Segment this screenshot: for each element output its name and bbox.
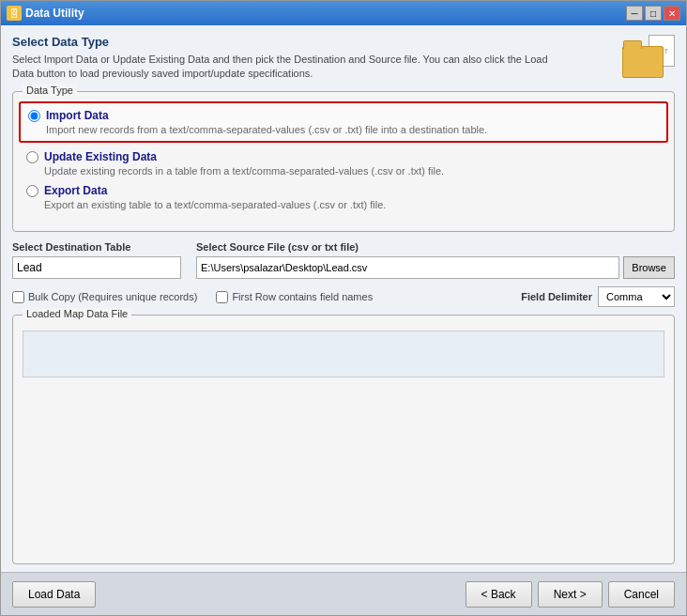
source-input[interactable] — [196, 256, 619, 279]
titlebar-left: 🗄 Data Utility — [7, 6, 84, 21]
delimiter-label: Field Delimiter — [521, 291, 592, 302]
options-row: Bulk Copy (Requires unique records) Firs… — [12, 286, 675, 307]
bulk-copy-label: Bulk Copy (Requires unique records) — [28, 291, 197, 302]
titlebar: 🗄 Data Utility ─ □ ✕ — [1, 1, 686, 25]
export-radio[interactable] — [26, 185, 38, 197]
import-label: Import Data — [46, 109, 109, 122]
minimize-button[interactable]: ─ — [626, 6, 643, 21]
update-radio-row: Update Existing Data — [26, 150, 661, 163]
destination-select[interactable]: Lead Contact Account — [12, 256, 181, 279]
destination-source-row: Select Destination Table Lead Contact Ac… — [12, 241, 675, 279]
import-radio[interactable] — [28, 110, 40, 122]
update-label: Update Existing Data — [44, 150, 157, 163]
footer-right: < Back Next > Cancel — [466, 581, 675, 608]
back-button[interactable]: < Back — [466, 581, 532, 608]
source-label: Select Source File (csv or txt file) — [196, 241, 675, 253]
export-desc: Export an existing table to a text/comma… — [44, 199, 661, 210]
first-row-row: First Row contains field names — [216, 291, 373, 303]
titlebar-buttons: ─ □ ✕ — [626, 6, 680, 21]
import-data-option[interactable]: Import Data Import new records from a te… — [19, 101, 668, 143]
window-title: Data Utility — [25, 7, 84, 20]
page-description: Select Import Data or Update Existing Da… — [12, 53, 557, 82]
update-data-option[interactable]: Update Existing Data Update existing rec… — [26, 150, 661, 177]
cancel-button[interactable]: Cancel — [608, 581, 675, 608]
update-radio[interactable] — [26, 151, 38, 163]
delimiter-select[interactable]: Comma Tab Semicolon Pipe — [598, 286, 675, 307]
maximize-button[interactable]: □ — [645, 6, 662, 21]
browse-button[interactable]: Browse — [623, 256, 675, 279]
close-button[interactable]: ✕ — [664, 6, 680, 21]
export-data-option[interactable]: Export Data Export an existing table to … — [26, 184, 661, 210]
delimiter-group: Field Delimiter Comma Tab Semicolon Pipe — [521, 286, 675, 307]
import-desc: Import new records from a text/comma-sep… — [46, 124, 659, 135]
footer: Load Data < Back Next > Cancel — [1, 572, 686, 615]
load-data-button[interactable]: Load Data — [12, 581, 96, 608]
import-radio-row: Import Data — [28, 109, 659, 122]
first-row-label: First Row contains field names — [232, 291, 373, 302]
bulk-copy-checkbox[interactable] — [12, 291, 24, 303]
app-icon: 🗄 — [7, 6, 22, 21]
update-desc: Update existing records in a table from … — [44, 165, 661, 177]
header-text: Select Data Type Select Import Data or U… — [12, 35, 609, 82]
datatype-group: Data Type Import Data Import new records… — [12, 91, 675, 232]
source-row-inner: Browse — [196, 256, 675, 279]
folder-icon — [622, 46, 664, 78]
datatype-group-label: Data Type — [23, 85, 77, 96]
destination-select-wrapper: Lead Contact Account — [12, 256, 181, 279]
main-window: 🗄 Data Utility ─ □ ✕ Select Data Type Se… — [0, 0, 687, 616]
map-group: Loaded Map Data File — [12, 315, 675, 564]
destination-label: Select Destination Table — [12, 241, 181, 253]
map-content-area — [23, 331, 664, 377]
bulk-copy-row: Bulk Copy (Requires unique records) — [12, 291, 197, 303]
export-radio-row: Export Data — [26, 184, 661, 197]
first-row-checkbox[interactable] — [216, 291, 228, 303]
main-content: Select Data Type Select Import Data or U… — [1, 25, 686, 572]
header-icon: 817 — [618, 35, 675, 82]
source-group: Select Source File (csv or txt file) Bro… — [196, 241, 675, 279]
page-title: Select Data Type — [12, 35, 609, 49]
header-section: Select Data Type Select Import Data or U… — [12, 35, 675, 82]
next-button[interactable]: Next > — [538, 581, 603, 608]
bottom-section: Select Destination Table Lead Contact Ac… — [12, 241, 675, 564]
map-group-label: Loaded Map Data File — [23, 308, 131, 319]
export-label: Export Data — [44, 184, 107, 197]
destination-group: Select Destination Table Lead Contact Ac… — [12, 241, 181, 279]
